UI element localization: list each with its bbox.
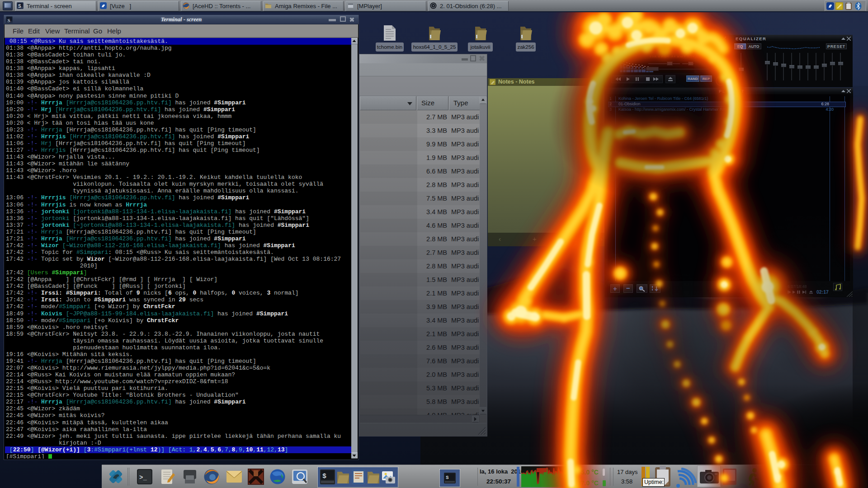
svg-text:S: S — [18, 4, 21, 9]
svg-text:$: $ — [322, 473, 326, 480]
svg-text:>_: >_ — [139, 474, 147, 481]
svg-text:a: a — [718, 77, 722, 84]
svg-text:S: S — [446, 475, 449, 480]
